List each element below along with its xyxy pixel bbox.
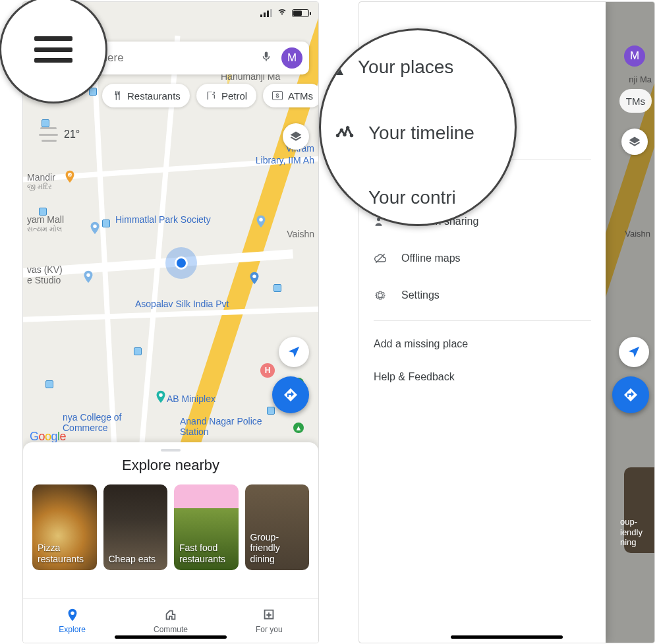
category-chips: Restaurants Petrol $ ATMs [102, 84, 318, 107]
chip-label: Petrol [221, 90, 247, 102]
chip-atms-peek[interactable]: TMs [619, 89, 652, 113]
hospital-pin-icon: H [260, 363, 275, 378]
sheet-title: Explore nearby [122, 457, 219, 474]
shop-pin-icon [88, 218, 102, 238]
bus-stop-icon [42, 119, 49, 127]
drawer-label: Settings [401, 289, 440, 301]
bookmark-icon [335, 59, 343, 75]
drawer-label: Help & Feedback [374, 371, 455, 382]
avatar[interactable]: M [281, 47, 302, 69]
magnifier-row-your-timeline: Your timeline [321, 123, 515, 144]
map-label: Anand Nagar Police Station [180, 416, 266, 437]
map-label: AB Miniplex [167, 394, 215, 404]
tab-label: Explore [59, 625, 86, 634]
chip-label: TMs [626, 96, 645, 107]
location-arrow-icon [287, 345, 301, 359]
fuel-icon [206, 90, 216, 101]
chip-label: ATMs [288, 90, 313, 102]
layers-button[interactable] [283, 123, 309, 150]
svg-point-19 [346, 126, 349, 129]
tab-label: Commute [154, 625, 188, 634]
card-cheap-eats[interactable]: Cheap eats [103, 484, 168, 570]
home-indicator [451, 635, 563, 639]
directions-button[interactable] [612, 376, 649, 413]
weather-temp: 21° [64, 129, 80, 140]
status-bar [260, 7, 309, 19]
svg-point-16 [336, 134, 339, 137]
current-location-dot [175, 256, 188, 270]
avatar-initial: M [287, 51, 297, 65]
svg-point-3 [259, 218, 263, 222]
directions-button[interactable] [272, 376, 309, 413]
avatar[interactable]: M [624, 45, 645, 67]
chip-atms[interactable]: $ ATMs [263, 84, 319, 107]
bus-stop-icon [102, 220, 110, 227]
bus-stop-icon [45, 380, 53, 388]
tab-explore[interactable]: Explore [23, 599, 121, 643]
map-label: nya College of Commerce [63, 412, 142, 433]
tab-for-you[interactable]: For you [220, 599, 318, 643]
svg-point-20 [350, 134, 353, 137]
svg-rect-21 [339, 192, 347, 200]
for-you-icon [262, 608, 276, 622]
microphone-icon[interactable] [260, 51, 272, 65]
gear-icon [374, 289, 387, 302]
layers-button[interactable] [621, 129, 648, 155]
drawer-label: Add a missing place [374, 338, 468, 349]
bus-stop-icon [267, 407, 275, 415]
recenter-button[interactable] [619, 337, 649, 367]
chip-restaurants[interactable]: Restaurants [102, 84, 190, 107]
timeline-icon [335, 124, 354, 142]
divider [374, 320, 591, 321]
drawer-offline-maps[interactable]: Offline maps [359, 240, 606, 277]
sheet-handle[interactable] [161, 449, 181, 452]
layers-icon [289, 130, 302, 143]
shop-pin-icon [247, 268, 262, 288]
map-label: Library, IIM Ah [256, 155, 314, 165]
magnifier-row-your-places: Your places [321, 57, 515, 78]
google-logo: Google [30, 430, 66, 444]
hospital-letter: H [265, 366, 271, 375]
offline-icon [374, 252, 387, 265]
fog-icon [39, 127, 59, 142]
svg-point-18 [343, 133, 346, 136]
svg-text:ॐ: ॐ [69, 173, 72, 177]
magnifier-label: Your places [358, 57, 453, 78]
svg-point-5 [252, 275, 256, 279]
card-group-dining[interactable]: Group-friendly dining [245, 484, 310, 570]
weather-badge[interactable]: 21° [39, 127, 80, 142]
map-label: vas (KV) [27, 264, 63, 275]
avatar-initial: M [630, 49, 639, 63]
drawer-help-feedback[interactable]: Help & Feedback [359, 361, 606, 394]
wifi-icon [276, 7, 288, 19]
explore-sheet[interactable]: Explore nearby Pizza restaurants Cheap e… [23, 442, 318, 598]
map-label: Mandir [27, 172, 55, 183]
drawer-label: Offline maps [401, 252, 461, 264]
map-label: e Studio [27, 275, 61, 285]
dollar-icon: $ [272, 91, 283, 100]
chip-label: Restaurants [127, 90, 181, 102]
svg-point-2 [93, 225, 97, 229]
card-pizza[interactable]: Pizza restaurants [32, 484, 97, 570]
cellular-icon [260, 9, 272, 17]
bus-stop-icon [134, 347, 142, 355]
map-label: જી મંદિર [27, 183, 52, 191]
explore-pin-icon [65, 608, 80, 622]
callout-magnifier-timeline: Your places Your timeline Your contri [319, 28, 517, 226]
card-label: oup- iendly ning [620, 517, 652, 548]
card-fast-food[interactable]: Fast food restaurants [174, 484, 239, 570]
drawer-settings[interactable]: Settings [359, 277, 606, 314]
card-group-dining-peek[interactable]: oup- iendly ning [624, 467, 654, 553]
recenter-button[interactable] [279, 337, 309, 367]
park-icon: ▲ [293, 423, 304, 433]
card-label: Group-friendly dining [250, 532, 304, 565]
battery-icon [292, 9, 309, 17]
temple-pin-icon: ॐ [63, 167, 77, 187]
home-indicator [115, 635, 227, 639]
drawer-add-missing-place[interactable]: Add a missing place [359, 328, 606, 361]
chip-petrol[interactable]: Petrol [196, 84, 256, 107]
directions-icon [283, 387, 299, 403]
card-label: Cheap eats [109, 554, 163, 565]
map-label: Asopalav Silk India Pvt [135, 299, 229, 309]
map-label: સત્યમ મોલ [27, 225, 62, 233]
